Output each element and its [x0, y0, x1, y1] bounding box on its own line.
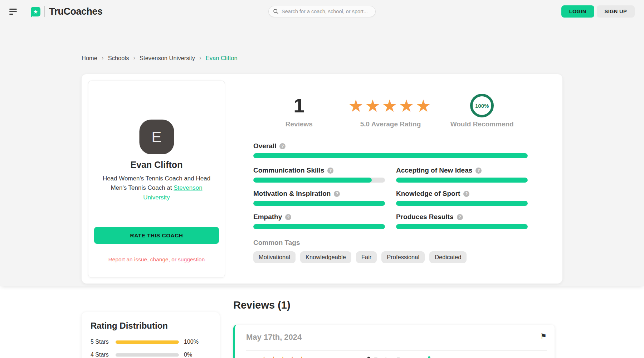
distribution-bar	[116, 340, 179, 344]
header: ★ TruCoaches LOGIN SIGN UP	[0, 0, 644, 23]
category-label: Empathy?	[253, 213, 385, 221]
category-label: Communication Skills?	[253, 166, 385, 174]
distribution-row: 4 Stars0%	[91, 352, 211, 358]
help-icon[interactable]: ?	[327, 168, 333, 174]
category-label-text: Produces Results	[396, 213, 454, 221]
brand-divider	[44, 6, 45, 17]
average-rating-stars: ★★★★★	[348, 97, 433, 114]
flag-report-icon[interactable]: ⚑	[540, 333, 547, 340]
average-rating-stat: ★★★★★ 5.0 Average Rating	[345, 94, 436, 128]
review-byline-text: Review By	[374, 357, 404, 358]
chevron-right-icon: ›	[133, 54, 135, 62]
tag-pill: Motivational	[253, 251, 296, 263]
review-stars: ★★★★★	[260, 355, 307, 358]
chevron-right-icon: ›	[199, 54, 201, 62]
report-issue-link[interactable]: Report an issue, change, or suggestion	[88, 256, 225, 263]
rating-category: Communication Skills?	[253, 166, 385, 183]
help-icon[interactable]: ?	[457, 214, 463, 220]
category-label: Knowledge of Sport?	[396, 190, 528, 198]
distribution-label: 5 Stars	[91, 339, 113, 345]
rate-coach-button[interactable]: RATE THIS COACH	[94, 227, 219, 244]
star-icon: ★	[416, 96, 433, 115]
category-label-text: Knowledge of Sport	[396, 190, 460, 198]
category-label-text: Motivation & Inspiration	[253, 190, 331, 198]
category-rating-fill	[253, 201, 385, 206]
distribution-bar	[116, 353, 179, 357]
category-label: Produces Results?	[396, 213, 528, 221]
overall-rating: Overall ?	[253, 142, 528, 158]
rating-category: Produces Results?	[396, 213, 528, 229]
distribution-rows: 5 Stars100%4 Stars0%	[91, 339, 211, 358]
breadcrumb-item[interactable]: Schools	[108, 55, 129, 62]
recommend-label: Would Recommend	[436, 120, 528, 128]
search-bar[interactable]	[268, 6, 376, 17]
brand-name[interactable]: TruCoaches	[49, 6, 103, 17]
rating-category: Knowledge of Sport?	[396, 190, 528, 206]
chevron-right-icon: ›	[102, 54, 104, 62]
star-icon: ★	[365, 96, 382, 115]
category-rating-fill	[253, 224, 385, 229]
category-rating-bar	[253, 201, 385, 206]
category-rating-fill	[396, 201, 528, 206]
category-rating-bar	[253, 178, 385, 183]
coach-title: Head Women's Tennis Coach and Head Men's…	[88, 174, 225, 202]
tag-pill: Fair	[356, 251, 377, 263]
category-label: Accepting of New Ideas?	[396, 166, 528, 174]
star-icon: ★	[288, 355, 297, 358]
distribution-percentage: 100%	[184, 339, 199, 345]
recommend-percentage: 100%	[475, 103, 489, 109]
breadcrumb-current: Evan Clifton	[206, 55, 238, 62]
distribution-fill	[116, 340, 179, 344]
star-icon: ★	[399, 96, 416, 115]
reviews-heading: Reviews (1)	[233, 299, 291, 311]
category-label-text: Communication Skills	[253, 166, 324, 174]
review-date: May 17th, 2024	[246, 333, 302, 342]
coach-name: Evan Clifton	[88, 160, 225, 170]
avatar-initial: E	[151, 129, 161, 146]
breadcrumb-item[interactable]: Stevenson University	[140, 55, 195, 62]
help-icon[interactable]: ?	[285, 214, 291, 220]
category-rating-bar	[396, 178, 528, 183]
help-icon[interactable]: ?	[463, 191, 469, 197]
category-rating-bar	[396, 224, 528, 229]
star-icon: ★	[348, 96, 365, 115]
brand[interactable]: ★ TruCoaches	[31, 6, 103, 17]
breadcrumb-item[interactable]: Home	[82, 55, 97, 62]
category-rating-bar	[253, 224, 385, 229]
menu-button[interactable]	[9, 7, 19, 16]
breadcrumb: Home›Schools›Stevenson University›Evan C…	[82, 54, 644, 62]
category-rating-fill	[253, 178, 372, 183]
help-icon[interactable]: ?	[334, 191, 340, 197]
category-rating-fill	[396, 178, 528, 183]
common-tags-heading: Common Tags	[253, 239, 540, 247]
star-icon: ★	[382, 96, 399, 115]
recommend-person-icon	[426, 355, 432, 358]
review-divider	[246, 350, 547, 351]
menu-bar	[9, 9, 17, 10]
login-button[interactable]: LOGIN	[561, 5, 594, 18]
reviews-label: Reviews	[253, 120, 345, 128]
overall-rating-bar	[253, 153, 528, 158]
signup-button[interactable]: SIGN UP	[597, 5, 635, 18]
common-tags-block: Common Tags MotivationalKnowledgeableFai…	[253, 239, 540, 263]
reviews-count: 1	[293, 96, 304, 116]
category-rating-bar	[396, 201, 528, 206]
distribution-label: 4 Stars	[91, 352, 113, 358]
menu-bar	[9, 14, 13, 15]
logo-icon: ★	[31, 7, 40, 16]
distribution-percentage: 0%	[184, 352, 192, 358]
help-icon[interactable]: ?	[475, 168, 482, 174]
rating-category: Empathy?	[253, 213, 385, 229]
category-label-text: Accepting of New Ideas	[396, 166, 472, 174]
search-icon	[273, 9, 279, 14]
menu-bar	[9, 11, 17, 12]
tag-pill: Dedicated	[429, 251, 467, 263]
star-icon: ★	[278, 355, 288, 358]
help-icon[interactable]: ?	[279, 143, 286, 149]
star-icon: ★	[260, 355, 269, 358]
search-input[interactable]	[282, 9, 371, 14]
rating-category: Accepting of New Ideas?	[396, 166, 528, 183]
star-icon: ★	[33, 9, 38, 14]
review-card: May 17th, 2024 ⚑ ★★★★★ Review By	[233, 325, 555, 358]
category-label-text: Empathy	[253, 213, 282, 221]
